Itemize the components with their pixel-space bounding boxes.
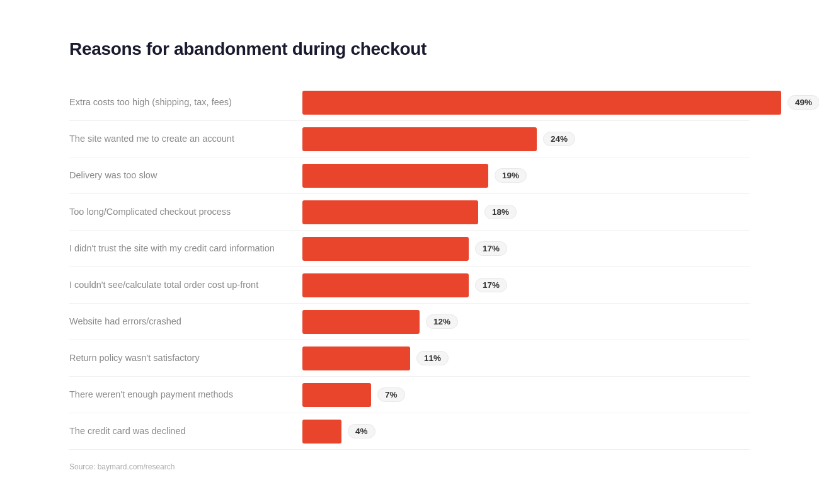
- bar-row: The site wanted me to create an account2…: [69, 121, 750, 158]
- bar-fill: [302, 383, 371, 407]
- bar-track: 17%: [302, 237, 750, 261]
- bar-label: Delivery was too slow: [69, 169, 302, 182]
- bar-track: 49%: [302, 91, 781, 115]
- source-text: Source: baymard.com/research: [69, 462, 750, 471]
- bar-row: Too long/Complicated checkout process18%: [69, 194, 750, 231]
- bar-track: 24%: [302, 127, 750, 151]
- bar-label: The credit card was declined: [69, 425, 302, 438]
- bar-track: 12%: [302, 310, 750, 334]
- chart-area: Extra costs too high (shipping, tax, fee…: [69, 84, 750, 450]
- bar-row: I couldn't see/calculate total order cos…: [69, 267, 750, 304]
- bar-track: 18%: [302, 200, 750, 224]
- bar-value-label: 19%: [495, 168, 527, 183]
- bar-label: I couldn't see/calculate total order cos…: [69, 279, 302, 292]
- bar-track: 4%: [302, 420, 750, 444]
- bar-fill: [302, 273, 469, 297]
- bar-value-label: 11%: [416, 351, 449, 365]
- bar-fill: [302, 310, 420, 334]
- bar-track: 7%: [302, 383, 750, 407]
- bar-label: The site wanted me to create an account: [69, 133, 302, 146]
- bar-track: 17%: [302, 273, 750, 297]
- bar-label: Extra costs too high (shipping, tax, fee…: [69, 96, 302, 109]
- bar-value-label: 12%: [426, 314, 458, 329]
- bar-fill: [302, 420, 341, 444]
- bar-label: Return policy wasn't satisfactory: [69, 352, 302, 365]
- bar-value-label: 49%: [788, 95, 819, 110]
- bar-value-label: 24%: [543, 132, 575, 146]
- bar-value-label: 17%: [475, 241, 507, 256]
- bar-track: 19%: [302, 164, 750, 188]
- bar-row: Return policy wasn't satisfactory11%: [69, 340, 750, 377]
- bar-fill: [302, 237, 469, 261]
- bar-track: 11%: [302, 346, 750, 370]
- bar-value-label: 17%: [475, 278, 507, 292]
- bar-label: Website had errors/crashed: [69, 316, 302, 328]
- bar-row: Website had errors/crashed12%: [69, 304, 750, 340]
- bar-value-label: 4%: [348, 424, 375, 438]
- bar-row: There weren't enough payment methods7%: [69, 377, 750, 413]
- bar-fill: [302, 164, 488, 188]
- bar-fill: [302, 127, 537, 151]
- bar-row: The credit card was declined4%: [69, 413, 750, 450]
- bar-fill: [302, 91, 781, 115]
- bar-label: There weren't enough payment methods: [69, 389, 302, 401]
- bar-value-label: 18%: [484, 205, 517, 219]
- chart-container: Reasons for abandonment during checkout …: [32, 14, 788, 490]
- bar-fill: [302, 346, 410, 370]
- bar-row: I didn't trust the site with my credit c…: [69, 231, 750, 267]
- bar-label: I didn't trust the site with my credit c…: [69, 243, 302, 255]
- bar-value-label: 7%: [377, 387, 405, 402]
- bar-row: Extra costs too high (shipping, tax, fee…: [69, 84, 750, 121]
- bar-label: Too long/Complicated checkout process: [69, 206, 302, 219]
- bar-fill: [302, 200, 478, 224]
- bar-row: Delivery was too slow19%: [69, 158, 750, 194]
- chart-title: Reasons for abandonment during checkout: [69, 39, 750, 59]
